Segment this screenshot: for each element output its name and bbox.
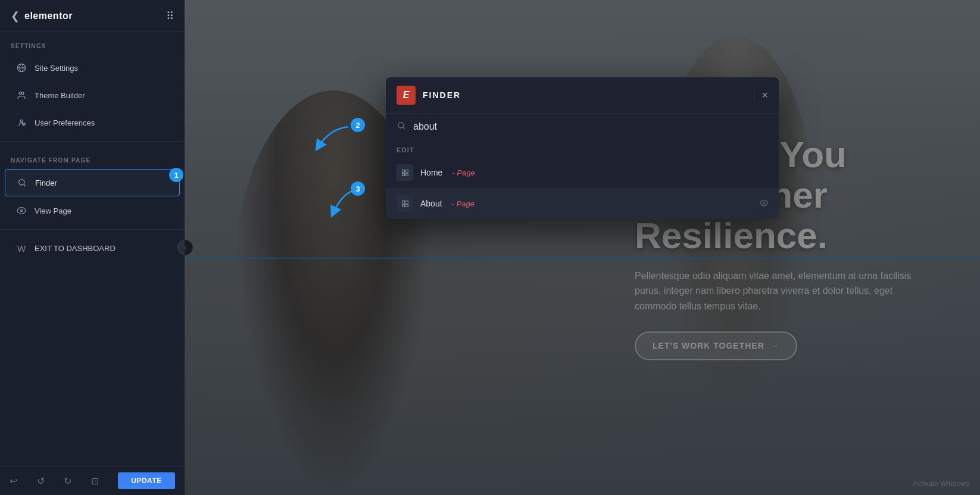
finder-result-home-type: - Page — [452, 168, 475, 177]
navigate-section-label: NAVIGATE FROM PAGE — [0, 146, 185, 168]
undo-icon[interactable]: ↺ — [37, 475, 45, 487]
finder-search-icon — [397, 121, 406, 133]
svg-point-9 — [20, 209, 22, 211]
finder-overlay: E FINDER × EDIT — [185, 0, 980, 495]
finder-header-left: E FINDER — [397, 86, 461, 105]
finder-result-about[interactable]: About - Page — [386, 188, 779, 219]
svg-point-5 — [20, 120, 23, 122]
sidebar-item-site-settings[interactable]: Site Settings — [5, 55, 180, 81]
globe-icon — [15, 62, 27, 74]
finder-header: E FINDER × — [386, 77, 779, 114]
redo-icon[interactable]: ↻ — [64, 475, 71, 487]
finder-header-divider — [754, 90, 754, 101]
sidebar: ❮ elementor ⠿ SETTINGS Site Settings The… — [0, 0, 185, 495]
finder-result-about-name: About — [420, 199, 442, 208]
svg-rect-12 — [402, 170, 404, 172]
sidebar-divider-1 — [0, 141, 185, 142]
finder-close-button[interactable]: × — [761, 89, 768, 102]
elementor-finder-logo: E — [397, 86, 416, 105]
finder-result-about-type: - Page — [452, 199, 475, 208]
site-settings-label: Site Settings — [35, 64, 78, 73]
svg-line-11 — [403, 127, 405, 129]
finder-result-home[interactable]: Home - Page — [386, 157, 779, 188]
sidebar-header: ❮ elementor ⠿ — [0, 0, 185, 32]
user-preferences-label: User Preferences — [35, 118, 95, 127]
user-preferences-icon — [15, 117, 27, 129]
sidebar-footer: ↩ ↺ ↻ ⊡ UPDATE — [0, 466, 185, 495]
finder-label: Finder — [35, 178, 57, 187]
finder-search-row — [386, 114, 779, 140]
sidebar-item-view-page[interactable]: View Page — [5, 198, 180, 224]
view-page-label: View Page — [35, 206, 71, 215]
theme-builder-label: Theme Builder — [35, 91, 85, 100]
svg-rect-13 — [405, 170, 408, 172]
main-content: Helping YouBuild InnerResilience. Pellen… — [185, 0, 980, 495]
sidebar-divider-2 — [0, 229, 185, 230]
settings-section-label: SETTINGS — [0, 32, 185, 54]
finder-result-home-name: Home — [420, 168, 442, 177]
svg-rect-16 — [402, 200, 404, 203]
about-page-icon — [397, 195, 413, 212]
exit-dashboard-label: EXIT TO DASHBOARD — [35, 244, 116, 253]
theme-builder-icon — [15, 89, 27, 101]
view-about-eye-icon[interactable] — [760, 199, 768, 209]
finder-modal: E FINDER × EDIT — [386, 77, 779, 219]
view-page-icon — [15, 205, 27, 217]
svg-point-20 — [763, 202, 765, 203]
sidebar-header-left: ❮ elementor — [11, 10, 73, 23]
grid-icon[interactable]: ⠿ — [166, 10, 174, 23]
svg-rect-19 — [405, 204, 408, 206]
home-page-icon — [397, 164, 413, 181]
sidebar-item-theme-builder[interactable]: Theme Builder — [5, 82, 180, 108]
sidebar-item-finder[interactable]: Finder — [5, 169, 180, 196]
finder-search-input[interactable] — [413, 121, 768, 132]
history-icon[interactable]: ↩ — [10, 475, 17, 487]
svg-line-8 — [24, 184, 26, 186]
svg-rect-14 — [402, 173, 404, 176]
sidebar-item-exit-dashboard[interactable]: W EXIT TO DASHBOARD — [5, 235, 180, 261]
svg-rect-17 — [405, 200, 408, 203]
svg-point-4 — [21, 92, 24, 95]
wordpress-icon: W — [15, 242, 27, 254]
finder-title: FINDER — [423, 90, 461, 100]
app-logo-text: elementor — [24, 11, 73, 21]
finder-header-right: × — [754, 89, 768, 102]
svg-point-10 — [398, 123, 404, 128]
svg-rect-18 — [402, 204, 404, 206]
finder-search-icon — [16, 177, 28, 189]
responsive-icon[interactable]: ⊡ — [91, 475, 99, 487]
finder-results-section-label: EDIT — [386, 140, 779, 157]
back-button[interactable]: ❮ — [11, 10, 20, 23]
sidebar-item-user-preferences[interactable]: User Preferences — [5, 109, 180, 136]
update-button[interactable]: UPDATE — [118, 472, 174, 489]
svg-rect-15 — [405, 173, 408, 176]
svg-point-7 — [19, 180, 24, 185]
